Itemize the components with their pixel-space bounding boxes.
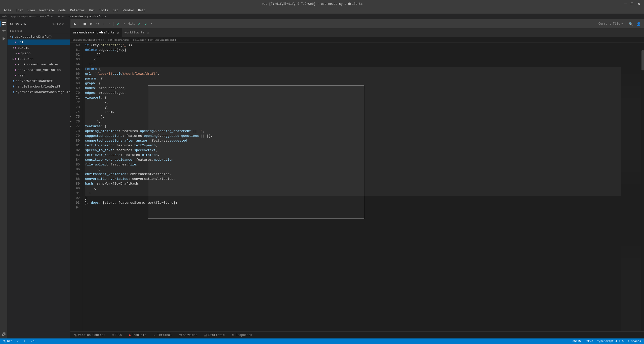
bc-fn2[interactable]: getPostParams: [108, 38, 129, 41]
menu-window[interactable]: Window: [121, 8, 136, 13]
breadcrumb-web[interactable]: web: [2, 15, 7, 18]
tab-endpoints[interactable]: Endpoints: [230, 332, 254, 338]
sidebar-item-handleSync[interactable]: ƒ handleSyncWorkflowDraft: [8, 84, 70, 89]
sidebar-item-conv-vars[interactable]: ● conversation_variables: [8, 67, 70, 73]
sidebar-item-useNodesSyncDraft[interactable]: ▼ ƒ useNodesSyncDraft(): [8, 34, 70, 39]
menu-help[interactable]: Help: [136, 8, 147, 13]
breadcrumb-file[interactable]: use-nodes-sync-draft.ts: [69, 15, 107, 18]
close-button[interactable]: ✕: [636, 1, 642, 7]
status-language[interactable]: TypeScript 4.9.5: [596, 340, 625, 343]
gutter-fold-icon: ▶: [70, 124, 71, 129]
status-right: 65:15 UTF-8 TypeScript 4.9.5 4 spaces: [572, 340, 642, 343]
line-number-69: 69: [72, 86, 80, 91]
line-number-65: 65: [72, 67, 80, 71]
scrollbar-thumb[interactable]: [641, 50, 644, 70]
breadcrumb-hooks[interactable]: hooks: [57, 15, 65, 18]
window-controls[interactable]: ─ □ ✕: [622, 1, 642, 7]
step-out-button[interactable]: ↑: [107, 21, 111, 27]
search-button[interactable]: 🔍: [627, 21, 634, 27]
step-over-button[interactable]: ↷: [95, 21, 101, 27]
activity-project[interactable]: [1, 20, 7, 27]
tree-label: syncWorkflowDraftWhenPageClose: [16, 90, 70, 94]
status-sync[interactable]: ↑: [23, 340, 26, 343]
svg-rect-8: [2, 334, 3, 336]
menu-edit[interactable]: Edit: [14, 8, 25, 13]
run-button[interactable]: ▶: [72, 21, 78, 27]
status-warning[interactable]: ⚠ 1: [29, 340, 36, 343]
tab-close-icon[interactable]: ✕: [147, 30, 149, 35]
code-line-82: speech_to_text: features.speech2text,: [85, 148, 621, 153]
show-inherited-icon[interactable]: ◈: [15, 29, 16, 33]
status-position[interactable]: 65:15: [572, 340, 582, 343]
activity-run[interactable]: [1, 35, 7, 42]
tab-workflow[interactable]: workflow.ts ✕: [122, 28, 152, 37]
breadcrumb-workflow[interactable]: workflow: [39, 15, 53, 18]
sidebar-item-params[interactable]: ▼ ● params: [8, 45, 70, 51]
menu-tools[interactable]: Tools: [97, 8, 110, 13]
menu-git[interactable]: Git: [111, 8, 120, 13]
tab-close-icon[interactable]: ✕: [117, 31, 119, 35]
status-git[interactable]: Git: [2, 340, 13, 343]
git-ok-button[interactable]: ✓: [137, 21, 142, 27]
tab-terminal[interactable]: Terminal: [152, 332, 173, 338]
minimize-button[interactable]: ─: [622, 1, 628, 7]
line-number-68: 68: [72, 81, 80, 86]
step-into-button[interactable]: ↓: [102, 21, 106, 27]
sidebar-item-hash[interactable]: ● hash: [8, 73, 70, 78]
tab-use-nodes-sync-draft[interactable]: use-nodes-sync-draft.ts ✕: [70, 28, 122, 37]
settings-icon[interactable]: ⚙: [62, 22, 64, 26]
code-content[interactable]: if (key.startsWith('_')) delete edge.dat…: [83, 43, 621, 331]
sidebar-item-doSync[interactable]: ƒ doSyncWorkflowDraft: [8, 78, 70, 84]
git-check-button[interactable]: ✓: [115, 21, 121, 27]
function-icon: ƒ: [13, 79, 15, 83]
breadcrumb-app[interactable]: app: [11, 15, 16, 18]
menu-navigate[interactable]: Navigate: [37, 8, 56, 13]
close-panel-icon[interactable]: —: [65, 22, 68, 26]
code-line-94: [85, 205, 621, 210]
view-options-icon[interactable]: ⊞: [20, 29, 22, 33]
tab-services[interactable]: Services: [177, 332, 199, 338]
bc-fn3[interactable]: callback for useCallback(): [133, 38, 176, 41]
status-spaces[interactable]: 4 spaces: [627, 340, 642, 343]
svg-point-12: [74, 334, 75, 335]
menu-code[interactable]: Code: [56, 8, 68, 13]
restart-button[interactable]: ↺: [89, 21, 94, 27]
menu-file[interactable]: File: [2, 8, 13, 13]
menu-run[interactable]: Run: [87, 8, 97, 13]
avatar-button[interactable]: 👤: [635, 21, 642, 27]
sort-type-icon[interactable]: ⊞: [12, 29, 14, 33]
activity-commit[interactable]: [1, 27, 7, 34]
tab-todo[interactable]: ☑ TODO: [111, 332, 124, 338]
sort-asc-icon[interactable]: ⬆: [10, 29, 11, 33]
code-line-87: environment_variables: environmentVariab…: [85, 172, 621, 177]
line-number-76: ▶76: [72, 119, 80, 124]
activity-plugins[interactable]: [1, 331, 7, 337]
git-sync-button[interactable]: ↑: [122, 21, 126, 27]
breadcrumb-components[interactable]: components: [19, 15, 36, 18]
stop-button[interactable]: ◼: [82, 21, 88, 27]
more-options-icon[interactable]: ⋮: [22, 29, 25, 33]
status-encoding[interactable]: UTF-8: [584, 340, 594, 343]
sidebar-item-graph[interactable]: ▶ ● graph: [8, 51, 70, 56]
filter-icon[interactable]: ⌕: [59, 22, 61, 26]
maximize-button[interactable]: □: [629, 1, 635, 7]
expand-all-icon[interactable]: ⊕: [17, 29, 19, 33]
sidebar-item-features[interactable]: ▶ ● features: [8, 56, 70, 62]
bc-fn1[interactable]: useNodesSyncDraft(): [72, 38, 104, 41]
sidebar-item-syncPage[interactable]: ƒ syncWorkflowDraftWhenPageClose: [8, 89, 70, 95]
tab-version-control[interactable]: Version Control: [72, 332, 107, 338]
sidebar-item-env-vars[interactable]: ● environment_variables: [8, 62, 70, 67]
menu-refactor[interactable]: Refactor: [68, 8, 87, 13]
menu-view[interactable]: View: [26, 8, 37, 13]
tab-statistic[interactable]: Statistic: [203, 332, 226, 338]
collapse-icon[interactable]: ⊟: [56, 22, 58, 26]
code-editor[interactable]: 60616263◆6465666768697071727374▶75▶76▶77…: [70, 43, 621, 331]
title-bar: web [F:\dify瑞\dify-0.7.2\web] - use-node…: [0, 0, 644, 8]
tab-problems[interactable]: Problems: [128, 332, 148, 338]
git-ok2-button[interactable]: ✓: [143, 21, 149, 27]
sidebar-item-url[interactable]: ● url: [8, 39, 70, 45]
status-check[interactable]: ✓: [16, 340, 20, 343]
git-push-button[interactable]: ↑: [150, 21, 154, 27]
sort-icon[interactable]: ⇅: [52, 22, 55, 26]
editor-scrollbar[interactable]: [641, 43, 644, 331]
